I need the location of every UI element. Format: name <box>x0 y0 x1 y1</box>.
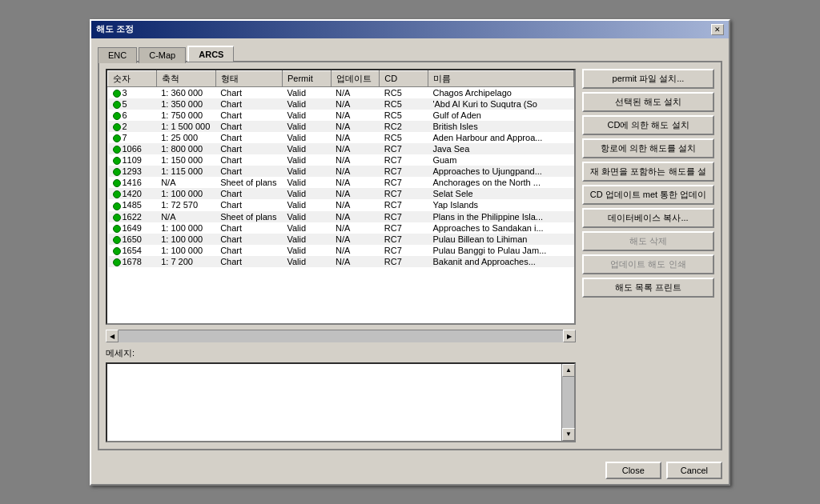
tab-cmap[interactable]: C-Map <box>139 47 186 63</box>
table-row[interactable]: 1654 1: 100 000 Chart Valid N/A RC7 Pula… <box>108 245 574 256</box>
scroll-right-btn[interactable]: ▶ <box>563 330 576 342</box>
msg-scroll-down[interactable]: ▼ <box>562 428 575 441</box>
horizontal-scrollbar[interactable]: ◀ ▶ <box>106 330 576 342</box>
table-row[interactable]: 1416 N/A Sheet of plans Valid N/A RC7 An… <box>108 177 574 188</box>
table-row[interactable]: 5 1: 350 000 Chart Valid N/A RC5 'Abd Al… <box>108 98 574 110</box>
tab-enc[interactable]: ENC <box>98 47 137 63</box>
cell-permit: Valid <box>282 188 331 199</box>
cell-num: 1420 <box>108 188 157 199</box>
cell-num: 7 <box>108 132 157 143</box>
table-row[interactable]: 1293 1: 115 000 Chart Valid N/A RC7 Appr… <box>108 166 574 177</box>
table-row[interactable]: 2 1: 1 500 000 Chart Valid N/A RC2 Briti… <box>108 121 574 132</box>
cell-permit: Valid <box>282 86 331 98</box>
cell-type: Chart <box>215 256 282 267</box>
scroll-left-btn[interactable]: ◀ <box>106 330 119 342</box>
cell-scale: N/A <box>156 211 215 222</box>
table-row[interactable]: 1109 1: 150 000 Chart Valid N/A RC7 Guam <box>108 154 574 166</box>
table-row[interactable]: 1650 1: 100 000 Chart Valid N/A RC7 Pula… <box>108 234 574 245</box>
route-install-button[interactable]: 항로에 의한 해도를 설치 <box>582 138 714 158</box>
status-dot <box>113 225 121 233</box>
chart-delete-button[interactable]: 해도 삭제 <box>582 231 714 251</box>
close-footer-button[interactable]: Close <box>605 462 661 479</box>
cd-update-button[interactable]: CD 업데이트 met 통한 업데이 <box>582 185 714 205</box>
cell-scale: N/A <box>156 177 215 188</box>
cell-name: Yap Islands <box>428 199 573 210</box>
cell-name: Guam <box>428 154 573 166</box>
table-row[interactable]: 1649 1: 100 000 Chart Valid N/A RC7 Appr… <box>108 222 574 234</box>
table-scroll[interactable]: 숫자 축척 형태 Permit 업데이트 CD 미름 <box>107 70 574 323</box>
cell-cd: RC5 <box>380 132 428 143</box>
chart-list-print-button[interactable]: 해도 목록 프린트 <box>582 278 714 298</box>
message-scrollbar[interactable]: ▲ ▼ <box>561 364 574 441</box>
cell-num: 1678 <box>108 256 157 267</box>
cell-scale: 1: 100 000 <box>156 222 215 234</box>
cell-scale: 1: 100 000 <box>156 234 215 245</box>
cell-cd: RC7 <box>380 143 428 154</box>
cd-install-button[interactable]: CD에 의한 해도 설치 <box>582 115 714 135</box>
cell-scale: 1: 350 000 <box>156 98 215 110</box>
cell-type: Sheet of plans <box>215 177 282 188</box>
cell-permit: Valid <box>282 132 331 143</box>
db-copy-button[interactable]: 데이터베이스 복사... <box>582 208 714 228</box>
table-row[interactable]: 1066 1: 800 000 Chart Valid N/A RC7 Java… <box>108 143 574 154</box>
cell-num: 1649 <box>108 222 157 234</box>
cell-name: Plans in the Philippine Isla... <box>428 211 573 222</box>
cell-permit: Valid <box>282 199 331 210</box>
window-body: ENC C-Map ARCS 숫자 축척 형태 <box>91 38 729 457</box>
cell-cd: RC7 <box>380 199 428 210</box>
cell-cd: RC7 <box>380 211 428 222</box>
cell-scale: 1: 100 000 <box>156 245 215 256</box>
msg-scroll-up[interactable]: ▲ <box>562 364 575 377</box>
cell-num: 1654 <box>108 245 157 256</box>
main-window: 해도 조정 ✕ ENC C-Map ARCS 숫 <box>90 19 730 486</box>
cell-update: N/A <box>331 199 380 210</box>
permit-install-button[interactable]: permit 파일 설치... <box>582 69 714 89</box>
table-row[interactable]: 7 1: 25 000 Chart Valid N/A RC5 Aden Har… <box>108 132 574 143</box>
status-dot <box>113 214 121 222</box>
cell-num: 1485 <box>108 199 157 210</box>
col-header-num: 숫자 <box>108 70 157 86</box>
cell-type: Chart <box>215 132 282 143</box>
cell-scale: 1: 100 000 <box>156 188 215 199</box>
cell-cd: RC7 <box>380 234 428 245</box>
table-row[interactable]: 6 1: 750 000 Chart Valid N/A RC5 Gulf of… <box>108 110 574 121</box>
table-row[interactable]: 3 1: 360 000 Chart Valid N/A RC5 Chagos … <box>108 86 574 98</box>
cell-cd: RC7 <box>380 256 428 267</box>
status-dot <box>113 168 121 176</box>
cell-permit: Valid <box>282 154 331 166</box>
title-bar-buttons: ✕ <box>711 24 724 35</box>
table-row[interactable]: 1622 N/A Sheet of plans Valid N/A RC7 Pl… <box>108 211 574 222</box>
table-row[interactable]: 1420 1: 100 000 Chart Valid N/A RC7 Sela… <box>108 188 574 199</box>
status-dot <box>113 236 121 244</box>
selected-install-button[interactable]: 선택된 해도 설치 <box>582 92 714 112</box>
cell-update: N/A <box>331 245 380 256</box>
cell-cd: RC7 <box>380 188 428 199</box>
cell-scale: 1: 25 000 <box>156 132 215 143</box>
msg-scroll-track[interactable] <box>562 377 574 428</box>
cell-permit: Valid <box>282 121 331 132</box>
status-dot <box>113 123 121 131</box>
cell-update: N/A <box>331 234 380 245</box>
cell-type: Chart <box>215 110 282 121</box>
cell-update: N/A <box>331 86 380 98</box>
scroll-track[interactable] <box>119 330 563 342</box>
cell-name: Approaches to Sandakan i... <box>428 222 573 234</box>
screen-install-button[interactable]: 재 화면을 포함하는 해도를 설 <box>582 162 714 182</box>
col-header-cd: CD <box>380 70 428 86</box>
cell-cd: RC7 <box>380 222 428 234</box>
cell-num: 1650 <box>108 234 157 245</box>
update-print-button[interactable]: 업데이트 해도 인쇄 <box>582 254 714 274</box>
message-box[interactable]: ▲ ▼ <box>106 362 576 442</box>
status-dot <box>113 157 121 165</box>
close-button[interactable]: ✕ <box>711 24 724 35</box>
cell-update: N/A <box>331 143 380 154</box>
table-row[interactable]: 1485 1: 72 570 Chart Valid N/A RC7 Yap I… <box>108 199 574 210</box>
table-row[interactable]: 1678 1: 7 200 Chart Valid N/A RC7 Bakani… <box>108 256 574 267</box>
cancel-footer-button[interactable]: Cancel <box>666 462 722 479</box>
cell-scale: 1: 115 000 <box>156 166 215 177</box>
cell-update: N/A <box>331 110 380 121</box>
tab-arcs[interactable]: ARCS <box>187 46 234 62</box>
cell-num: 2 <box>108 121 157 132</box>
cell-num: 6 <box>108 110 157 121</box>
col-header-update: 업데이트 <box>331 70 380 86</box>
